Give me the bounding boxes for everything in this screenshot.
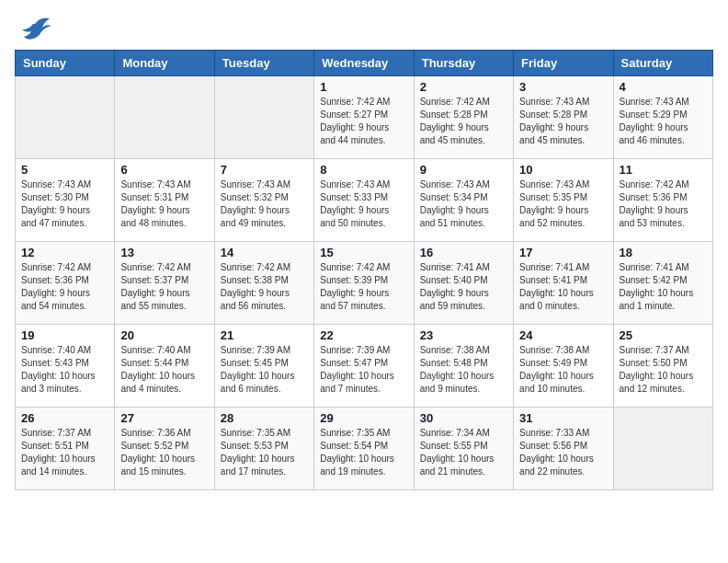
calendar-table: SundayMondayTuesdayWednesdayThursdayFrid…	[15, 50, 713, 490]
weekday-header-thursday: Thursday	[414, 51, 513, 76]
day-number: 20	[120, 328, 208, 342]
calendar-cell: 19Sunrise: 7:40 AM Sunset: 5:43 PM Dayli…	[16, 325, 115, 408]
day-info: Sunrise: 7:43 AM Sunset: 5:34 PM Dayligh…	[420, 178, 507, 230]
calendar-cell: 3Sunrise: 7:43 AM Sunset: 5:28 PM Daylig…	[514, 76, 613, 159]
calendar-cell: 26Sunrise: 7:37 AM Sunset: 5:51 PM Dayli…	[16, 408, 115, 490]
calendar-cell: 23Sunrise: 7:38 AM Sunset: 5:48 PM Dayli…	[414, 325, 513, 408]
day-number: 2	[420, 80, 507, 94]
day-info: Sunrise: 7:35 AM Sunset: 5:53 PM Dayligh…	[221, 427, 308, 478]
day-info: Sunrise: 7:41 AM Sunset: 5:40 PM Dayligh…	[420, 261, 507, 313]
day-number: 12	[21, 246, 108, 259]
day-number: 25	[620, 328, 707, 342]
weekday-header-tuesday: Tuesday	[214, 51, 313, 76]
calendar-cell: 22Sunrise: 7:39 AM Sunset: 5:47 PM Dayli…	[314, 325, 414, 408]
calendar-cell: 24Sunrise: 7:38 AM Sunset: 5:49 PM Dayli…	[514, 325, 613, 408]
calendar-cell	[16, 76, 115, 159]
day-info: Sunrise: 7:43 AM Sunset: 5:31 PM Dayligh…	[120, 178, 208, 230]
day-info: Sunrise: 7:41 AM Sunset: 5:42 PM Dayligh…	[620, 261, 707, 313]
day-info: Sunrise: 7:42 AM Sunset: 5:28 PM Dayligh…	[420, 96, 507, 147]
day-info: Sunrise: 7:42 AM Sunset: 5:37 PM Dayligh…	[120, 261, 208, 313]
calendar-cell: 16Sunrise: 7:41 AM Sunset: 5:40 PM Dayli…	[414, 242, 513, 325]
weekday-header-wednesday: Wednesday	[314, 51, 414, 76]
weekday-header-friday: Friday	[514, 51, 613, 76]
calendar-cell: 13Sunrise: 7:42 AM Sunset: 5:37 PM Dayli…	[115, 242, 214, 325]
calendar-cell: 14Sunrise: 7:42 AM Sunset: 5:38 PM Dayli…	[214, 242, 313, 325]
calendar-week-5: 26Sunrise: 7:37 AM Sunset: 5:51 PM Dayli…	[16, 408, 713, 490]
calendar-cell: 15Sunrise: 7:42 AM Sunset: 5:39 PM Dayli…	[314, 242, 414, 325]
weekday-header-saturday: Saturday	[613, 51, 712, 76]
day-number: 30	[420, 411, 507, 425]
calendar-week-2: 5Sunrise: 7:43 AM Sunset: 5:30 PM Daylig…	[16, 159, 713, 242]
calendar-week-1: 1Sunrise: 7:42 AM Sunset: 5:27 PM Daylig…	[16, 76, 713, 159]
day-info: Sunrise: 7:34 AM Sunset: 5:55 PM Dayligh…	[420, 427, 507, 478]
day-info: Sunrise: 7:40 AM Sunset: 5:44 PM Dayligh…	[120, 344, 208, 396]
day-info: Sunrise: 7:43 AM Sunset: 5:35 PM Dayligh…	[519, 178, 607, 230]
day-number: 22	[320, 328, 407, 342]
day-number: 3	[519, 80, 607, 94]
calendar-cell: 9Sunrise: 7:43 AM Sunset: 5:34 PM Daylig…	[414, 159, 513, 242]
day-number: 18	[620, 246, 707, 259]
calendar-cell: 31Sunrise: 7:33 AM Sunset: 5:56 PM Dayli…	[514, 408, 613, 490]
calendar-cell: 1Sunrise: 7:42 AM Sunset: 5:27 PM Daylig…	[314, 76, 414, 159]
day-number: 27	[120, 411, 208, 425]
day-number: 15	[320, 246, 407, 259]
day-info: Sunrise: 7:42 AM Sunset: 5:27 PM Dayligh…	[320, 96, 407, 147]
calendar-cell: 10Sunrise: 7:43 AM Sunset: 5:35 PM Dayli…	[514, 159, 613, 242]
logo	[15, 15, 51, 42]
calendar-cell: 7Sunrise: 7:43 AM Sunset: 5:32 PM Daylig…	[214, 159, 313, 242]
calendar-cell: 8Sunrise: 7:43 AM Sunset: 5:33 PM Daylig…	[314, 159, 414, 242]
day-number: 16	[420, 246, 507, 259]
day-number: 7	[221, 163, 308, 177]
day-number: 1	[320, 80, 407, 94]
calendar-cell: 30Sunrise: 7:34 AM Sunset: 5:55 PM Dayli…	[414, 408, 513, 490]
day-number: 8	[320, 163, 407, 177]
calendar-cell: 27Sunrise: 7:36 AM Sunset: 5:52 PM Dayli…	[115, 408, 214, 490]
day-number: 13	[120, 246, 208, 259]
day-number: 6	[120, 163, 208, 177]
day-info: Sunrise: 7:43 AM Sunset: 5:30 PM Dayligh…	[21, 178, 108, 230]
calendar-cell: 11Sunrise: 7:42 AM Sunset: 5:36 PM Dayli…	[613, 159, 712, 242]
day-info: Sunrise: 7:43 AM Sunset: 5:28 PM Dayligh…	[519, 96, 607, 147]
day-info: Sunrise: 7:38 AM Sunset: 5:49 PM Dayligh…	[519, 344, 607, 396]
day-info: Sunrise: 7:33 AM Sunset: 5:56 PM Dayligh…	[519, 427, 607, 478]
day-info: Sunrise: 7:36 AM Sunset: 5:52 PM Dayligh…	[120, 427, 208, 478]
day-number: 14	[221, 246, 308, 259]
calendar-cell	[214, 76, 313, 159]
logo-bird-icon	[18, 15, 51, 42]
day-info: Sunrise: 7:38 AM Sunset: 5:48 PM Dayligh…	[420, 344, 507, 396]
calendar-cell: 12Sunrise: 7:42 AM Sunset: 5:36 PM Dayli…	[16, 242, 115, 325]
day-info: Sunrise: 7:39 AM Sunset: 5:45 PM Dayligh…	[221, 344, 308, 396]
calendar-cell: 17Sunrise: 7:41 AM Sunset: 5:41 PM Dayli…	[514, 242, 613, 325]
day-info: Sunrise: 7:43 AM Sunset: 5:29 PM Dayligh…	[620, 96, 707, 147]
page-header	[15, 15, 713, 42]
day-info: Sunrise: 7:43 AM Sunset: 5:33 PM Dayligh…	[320, 178, 407, 230]
day-number: 4	[620, 80, 707, 94]
calendar-week-4: 19Sunrise: 7:40 AM Sunset: 5:43 PM Dayli…	[16, 325, 713, 408]
day-info: Sunrise: 7:42 AM Sunset: 5:39 PM Dayligh…	[320, 261, 407, 313]
day-number: 24	[519, 328, 607, 342]
calendar-cell: 5Sunrise: 7:43 AM Sunset: 5:30 PM Daylig…	[16, 159, 115, 242]
calendar-header: SundayMondayTuesdayWednesdayThursdayFrid…	[16, 51, 713, 76]
calendar-cell: 28Sunrise: 7:35 AM Sunset: 5:53 PM Dayli…	[214, 408, 313, 490]
weekday-row: SundayMondayTuesdayWednesdayThursdayFrid…	[16, 51, 713, 76]
calendar-cell	[115, 76, 214, 159]
day-number: 10	[519, 163, 607, 177]
calendar-week-3: 12Sunrise: 7:42 AM Sunset: 5:36 PM Dayli…	[16, 242, 713, 325]
day-info: Sunrise: 7:43 AM Sunset: 5:32 PM Dayligh…	[221, 178, 308, 230]
calendar-cell: 18Sunrise: 7:41 AM Sunset: 5:42 PM Dayli…	[613, 242, 712, 325]
day-number: 28	[221, 411, 308, 425]
weekday-header-sunday: Sunday	[16, 51, 115, 76]
day-info: Sunrise: 7:39 AM Sunset: 5:47 PM Dayligh…	[320, 344, 407, 396]
day-number: 29	[320, 411, 407, 425]
calendar-cell: 21Sunrise: 7:39 AM Sunset: 5:45 PM Dayli…	[214, 325, 313, 408]
calendar-cell: 6Sunrise: 7:43 AM Sunset: 5:31 PM Daylig…	[115, 159, 214, 242]
day-info: Sunrise: 7:35 AM Sunset: 5:54 PM Dayligh…	[320, 427, 407, 478]
calendar-body: 1Sunrise: 7:42 AM Sunset: 5:27 PM Daylig…	[16, 76, 713, 490]
weekday-header-monday: Monday	[115, 51, 214, 76]
calendar-cell: 20Sunrise: 7:40 AM Sunset: 5:44 PM Dayli…	[115, 325, 214, 408]
day-number: 21	[221, 328, 308, 342]
day-info: Sunrise: 7:40 AM Sunset: 5:43 PM Dayligh…	[21, 344, 108, 396]
calendar-cell: 2Sunrise: 7:42 AM Sunset: 5:28 PM Daylig…	[414, 76, 513, 159]
calendar-cell: 29Sunrise: 7:35 AM Sunset: 5:54 PM Dayli…	[314, 408, 414, 490]
calendar-cell: 4Sunrise: 7:43 AM Sunset: 5:29 PM Daylig…	[613, 76, 712, 159]
